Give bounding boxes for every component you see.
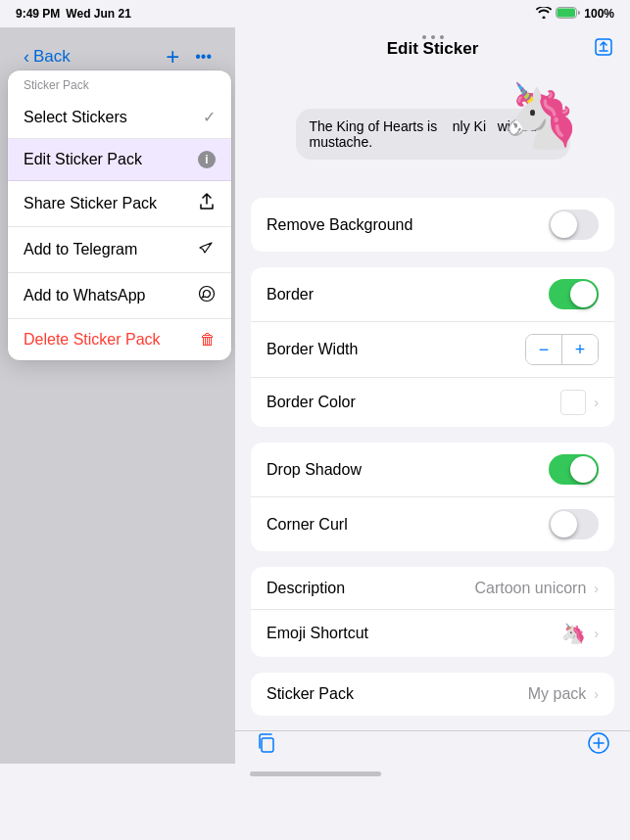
border-row: Border xyxy=(251,267,614,322)
sticker-pack-value: My pack xyxy=(528,685,587,703)
remove-background-label: Remove Background xyxy=(267,216,412,234)
share-sticker-pack-label: Share Sticker Pack xyxy=(24,195,157,212)
trash-icon: 🗑 xyxy=(200,331,216,349)
left-panel: ‹ Back + ••• My pa 🍍 🌈 Sticker Pack xyxy=(0,27,235,764)
svg-rect-1 xyxy=(557,8,576,17)
dropdown-item-delete-sticker-pack[interactable]: Delete Sticker Pack 🗑 xyxy=(8,319,231,360)
share-icon xyxy=(198,193,216,214)
wifi-icon xyxy=(536,7,552,22)
drop-shadow-row: Drop Shadow xyxy=(251,443,614,497)
border-width-row: Border Width − + xyxy=(251,322,614,378)
dropdown-item-share-sticker-pack[interactable]: Share Sticker Pack xyxy=(8,181,231,227)
description-row[interactable]: Description Cartoon unicorn › xyxy=(251,567,614,610)
right-nav-title: Edit Sticker xyxy=(387,39,479,59)
border-color-row[interactable]: Border Color › xyxy=(251,378,614,427)
right-nav: Edit Sticker xyxy=(235,27,630,70)
bottom-toolbar xyxy=(235,730,630,764)
drop-shadow-toggle[interactable] xyxy=(549,454,599,485)
corner-curl-toggle[interactable] xyxy=(549,509,599,539)
copy-button[interactable] xyxy=(255,731,278,761)
border-section: Border Border Width − + Border Color xyxy=(251,267,614,427)
sticker-pack-label: Sticker Pack xyxy=(267,685,354,703)
effects-section: Drop Shadow Corner Curl xyxy=(251,443,614,551)
sticker-pack-section: Sticker Pack My pack › xyxy=(251,673,614,716)
share-button[interactable] xyxy=(593,36,614,63)
description-right: Cartoon unicorn › xyxy=(474,580,599,597)
settings-content: Remove Background Border Border Width xyxy=(235,198,630,730)
svg-rect-4 xyxy=(262,738,273,752)
dropdown-item-select-stickers[interactable]: Select Stickers ✓ xyxy=(8,96,231,139)
battery-icon xyxy=(556,7,580,22)
sticker-pack-chevron-icon: › xyxy=(594,686,599,702)
dropdown-item-add-telegram[interactable]: Add to Telegram xyxy=(8,227,231,273)
add-circle-button[interactable] xyxy=(587,731,610,761)
emoji-shortcut-row[interactable]: Emoji Shortcut 🦄 › xyxy=(251,610,614,657)
info-icon: i xyxy=(198,151,216,168)
home-bar xyxy=(250,771,381,776)
border-color-right: › xyxy=(560,390,599,415)
checkmark-icon: ✓ xyxy=(203,108,216,126)
border-color-chevron-icon: › xyxy=(594,395,599,410)
sticker-pack-right: My pack › xyxy=(528,685,599,703)
description-label: Description xyxy=(267,580,345,597)
dropdown-section-label: Sticker Pack xyxy=(8,70,231,96)
border-width-stepper: − + xyxy=(525,334,599,365)
svg-point-2 xyxy=(200,287,215,302)
dropdown-menu: Sticker Pack Select Stickers ✓ Edit Stic… xyxy=(8,70,231,360)
description-chevron-icon: › xyxy=(594,581,599,596)
add-whatsapp-label: Add to WhatsApp xyxy=(24,287,146,304)
preview-sticker: 🦄 xyxy=(502,79,580,153)
emoji-shortcut-label: Emoji Shortcut xyxy=(267,625,368,642)
remove-background-toggle[interactable] xyxy=(549,210,599,240)
border-color-swatch xyxy=(560,390,586,415)
description-value: Cartoon unicorn xyxy=(474,580,586,597)
select-stickers-label: Select Stickers xyxy=(24,109,127,126)
stepper-plus-button[interactable]: + xyxy=(562,335,598,364)
info-section: Description Cartoon unicorn › Emoji Shor… xyxy=(251,567,614,657)
emoji-shortcut-chevron-icon: › xyxy=(594,626,599,641)
stepper-minus-button[interactable]: − xyxy=(526,335,561,364)
corner-curl-row: Corner Curl xyxy=(251,497,614,551)
status-date: Wed Jun 21 xyxy=(66,7,130,21)
nav-dots xyxy=(422,35,444,39)
status-time: 9:49 PM xyxy=(16,7,60,21)
border-label: Border xyxy=(267,286,314,303)
main-layout: ‹ Back + ••• My pa 🍍 🌈 Sticker Pack xyxy=(0,27,630,764)
home-indicator xyxy=(0,764,630,783)
drop-shadow-label: Drop Shadow xyxy=(267,461,362,479)
dropdown-item-edit-sticker-pack[interactable]: Edit Sticker Pack i xyxy=(8,139,231,181)
sticker-pack-row[interactable]: Sticker Pack My pack › xyxy=(251,673,614,716)
remove-background-row: Remove Background xyxy=(251,198,614,252)
status-bar: 9:49 PM Wed Jun 21 100% xyxy=(0,0,630,27)
telegram-icon xyxy=(198,239,216,260)
add-telegram-label: Add to Telegram xyxy=(24,241,137,258)
sticker-preview-area: The King of Hearts is nly Ki without a m… xyxy=(235,70,630,198)
battery-percent: 100% xyxy=(584,7,614,21)
whatsapp-icon xyxy=(198,285,216,306)
background-section: Remove Background xyxy=(251,198,614,252)
border-color-label: Border Color xyxy=(267,394,356,411)
delete-sticker-pack-label: Delete Sticker Pack xyxy=(24,331,161,349)
edit-sticker-pack-label: Edit Sticker Pack xyxy=(24,151,142,168)
corner-curl-label: Corner Curl xyxy=(267,516,348,534)
border-toggle[interactable] xyxy=(549,279,599,309)
emoji-shortcut-value: 🦄 xyxy=(561,622,586,645)
emoji-shortcut-right: 🦄 › xyxy=(561,622,599,645)
dropdown-item-add-whatsapp[interactable]: Add to WhatsApp xyxy=(8,273,231,319)
right-panel: Edit Sticker The King of Hearts is nly K… xyxy=(235,27,630,764)
border-width-label: Border Width xyxy=(267,341,358,358)
